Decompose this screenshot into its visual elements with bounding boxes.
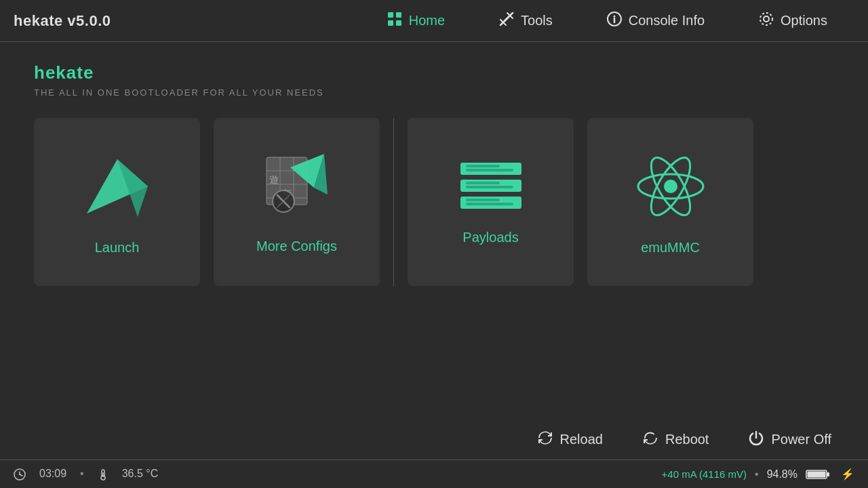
nav-tools[interactable]: Tools [472, 0, 580, 42]
nav-bar: Home Tools Console Info [360, 0, 854, 42]
emummc-label: emuMMC [641, 240, 700, 256]
action-bar: Reload Reboot Power Off [0, 419, 868, 460]
branding-title: hekate [34, 62, 834, 83]
cards-left: Launch 遊 年 [34, 118, 380, 286]
battery-icon [806, 468, 830, 481]
svg-text:遊: 遊 [269, 174, 279, 185]
reboot-button[interactable]: Reboot [626, 424, 726, 455]
nav-console-info[interactable]: Console Info [580, 0, 732, 42]
status-right: +40 mA (4116 mV) • 94.8% ⚡ [662, 468, 854, 481]
home-icon [387, 12, 402, 30]
main-content: hekate THE ALL IN ONE BOOTLOADER FOR ALL… [0, 42, 868, 306]
branding-subtitle: THE ALL IN ONE BOOTLOADER FOR ALL YOUR N… [34, 87, 834, 98]
app-branding: hekate THE ALL IN ONE BOOTLOADER FOR ALL… [34, 62, 834, 98]
temperature-display: 36.5 °C [122, 468, 159, 480]
power-icon [748, 430, 764, 449]
time-display: 03:09 [39, 468, 66, 480]
separator-dot-2: • [755, 468, 759, 481]
options-icon [759, 12, 774, 30]
svg-point-11 [764, 16, 769, 22]
svg-rect-2 [388, 20, 393, 26]
reload-icon [537, 430, 553, 449]
svg-rect-48 [827, 472, 829, 476]
launch-card[interactable]: Launch [34, 118, 200, 286]
info-icon [607, 12, 622, 30]
temp-icon [98, 468, 111, 481]
cards-right: Payloads emuMMC [408, 118, 753, 286]
section-divider [393, 118, 394, 286]
nav-tools-label: Tools [521, 13, 553, 28]
launch-label: Launch [95, 240, 140, 256]
tools-icon [499, 12, 514, 30]
nav-console-info-label: Console Info [629, 13, 705, 28]
status-left: 03:09 • 36.5 °C [14, 468, 158, 481]
svg-rect-0 [388, 12, 393, 18]
charging-status: +40 mA (4116 mV) [662, 468, 747, 480]
separator-dot-1: • [80, 468, 84, 480]
nav-options[interactable]: Options [732, 0, 854, 42]
payloads-label: Payloads [462, 230, 518, 245]
svg-point-37 [664, 180, 677, 193]
emummc-card[interactable]: emuMMC [587, 118, 753, 286]
nav-options-label: Options [781, 13, 827, 28]
svg-rect-32 [466, 182, 500, 184]
reboot-icon [642, 430, 658, 449]
reload-button[interactable]: Reload [521, 424, 619, 455]
header: hekate v5.0.0 Home [0, 0, 868, 42]
payloads-card[interactable]: Payloads [408, 118, 574, 286]
svg-rect-1 [396, 12, 401, 18]
card-grid: Launch 遊 年 [34, 118, 834, 286]
more-configs-card[interactable]: 遊 年 More Configs [214, 118, 380, 286]
nav-home[interactable]: Home [360, 0, 472, 42]
svg-rect-36 [466, 203, 513, 205]
power-off-button[interactable]: Power Off [732, 424, 848, 455]
nav-home-label: Home [409, 13, 445, 28]
svg-rect-49 [808, 471, 826, 477]
svg-line-43 [20, 474, 22, 476]
emummc-icon [633, 149, 708, 226]
svg-rect-33 [466, 186, 513, 188]
app-title: hekate v5.0.0 [14, 12, 111, 30]
power-off-label: Power Off [771, 432, 831, 447]
svg-point-10 [613, 16, 615, 18]
battery-percent: 94.8% [767, 468, 797, 481]
payloads-icon [454, 159, 528, 216]
svg-point-12 [760, 13, 772, 25]
bottom-bar: Reload Reboot Power Off [0, 419, 868, 488]
more-configs-icon: 遊 年 [260, 150, 334, 225]
clock-icon [14, 468, 28, 481]
reload-label: Reload [560, 432, 603, 447]
reboot-label: Reboot [665, 432, 709, 447]
svg-rect-3 [396, 20, 401, 26]
svg-rect-29 [466, 165, 500, 167]
svg-rect-35 [466, 199, 500, 201]
svg-rect-30 [466, 169, 513, 171]
bolt-icon: ⚡ [841, 468, 854, 481]
launch-icon [80, 149, 155, 226]
more-configs-label: More Configs [256, 239, 337, 254]
status-bar: 03:09 • 36.5 °C +40 mA (4116 mV) • 94.8% [0, 460, 868, 488]
